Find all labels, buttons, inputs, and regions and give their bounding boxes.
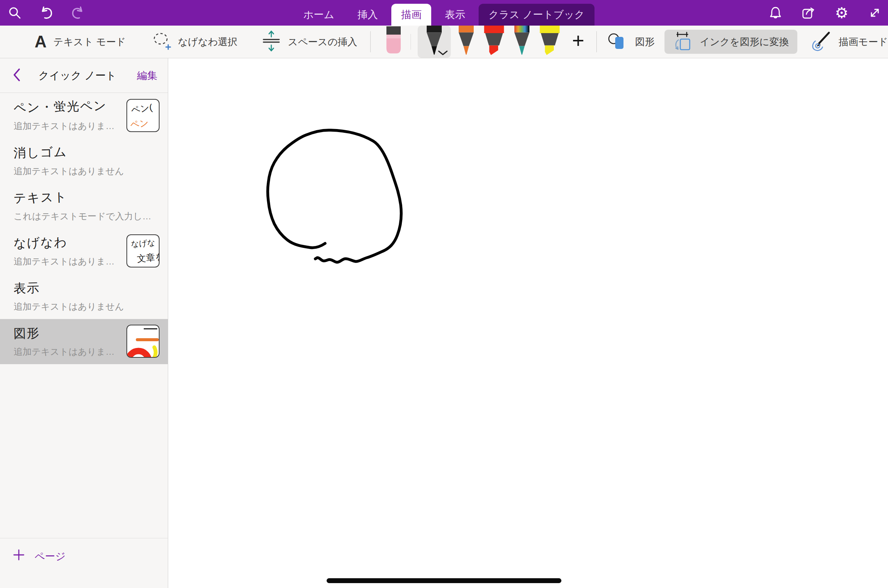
page-list-item[interactable]: 図形 追加テキストはありま… xyxy=(0,319,168,364)
draw-toolbar: A テキスト モード なげなわ選択 スペースの挿入 xyxy=(0,26,888,58)
edit-button[interactable]: 編集 xyxy=(137,69,157,82)
lasso-select-button[interactable]: なげなわ選択 xyxy=(152,30,237,53)
pen-rainbow[interactable] xyxy=(508,26,536,58)
page-sidebar: クイック ノート 編集 ペン・蛍光ペン 追加テキストはありま… ペン( ペン 消… xyxy=(0,58,168,588)
draw-mode-icon xyxy=(810,30,832,53)
drawing-canvas[interactable] xyxy=(169,58,888,588)
highlighter-yellow[interactable] xyxy=(536,26,564,58)
page-list: ペン・蛍光ペン 追加テキストはありま… ペン( ペン 消しゴム 追加テキストはあ… xyxy=(0,93,168,364)
page-list-item[interactable]: テキスト これはテキストモードで入力し… xyxy=(0,184,168,229)
pen-orange[interactable] xyxy=(452,26,480,58)
chevron-down-icon[interactable] xyxy=(438,50,448,57)
page-subtitle: 追加テキストはありません xyxy=(14,301,168,313)
page-title: 図形 xyxy=(13,325,40,342)
add-page-button[interactable]: ページ xyxy=(0,538,168,588)
back-icon[interactable] xyxy=(13,68,20,83)
home-indicator[interactable] xyxy=(327,578,561,583)
tab-insert[interactable]: 挿入 xyxy=(348,4,388,26)
ink-drawing xyxy=(169,58,888,588)
page-list-item[interactable]: 消しゴム 追加テキストはありません xyxy=(0,138,168,184)
text-mode-button[interactable]: A テキスト モード xyxy=(35,33,126,50)
page-thumbnail: なげな 文章を xyxy=(126,234,160,267)
page-title: 表示 xyxy=(13,280,40,297)
undo-icon[interactable] xyxy=(38,5,54,21)
insert-space-button[interactable]: スペースの挿入 xyxy=(262,29,357,54)
share-icon[interactable] xyxy=(801,5,817,21)
page-title: なげなわ xyxy=(13,234,67,252)
notebook-section-title: クイック ノート xyxy=(38,68,117,83)
page-list-item[interactable]: 表示 追加テキストはありません xyxy=(0,274,168,319)
sidebar-header: クイック ノート 編集 xyxy=(0,58,168,93)
pen-gallery: + xyxy=(416,26,593,58)
page-title: 消しゴム xyxy=(13,143,67,162)
eraser-tool[interactable] xyxy=(382,26,405,58)
add-page-icon xyxy=(13,549,25,562)
redo-icon[interactable] xyxy=(70,5,86,21)
page-title: ペン・蛍光ペン xyxy=(13,97,107,117)
tab-home[interactable]: ホーム xyxy=(293,4,344,26)
ink-to-shape-icon xyxy=(673,30,694,53)
ribbon-tabs: ホーム 挿入 描画 表示 クラス ノートブック xyxy=(0,0,888,26)
tab-draw[interactable]: 描画 xyxy=(391,4,431,26)
add-pen-button[interactable]: + xyxy=(572,30,584,51)
tab-class-notebook[interactable]: クラス ノートブック xyxy=(479,4,595,26)
page-subtitle: これはテキストモードで入力し… xyxy=(14,210,168,222)
text-mode-icon: A xyxy=(35,33,47,50)
highlighter-red[interactable] xyxy=(480,26,508,58)
shapes-button[interactable]: 図形 xyxy=(607,30,655,53)
page-list-item[interactable]: ペン・蛍光ペン 追加テキストはありま… ペン( ペン xyxy=(0,93,168,138)
ink-stroke-circle xyxy=(268,130,401,262)
page-title: テキスト xyxy=(13,188,67,207)
gear-icon[interactable]: ⚙ xyxy=(834,5,850,21)
shapes-icon xyxy=(607,30,628,53)
lasso-icon xyxy=(152,30,171,53)
pen-black[interactable] xyxy=(418,26,451,58)
top-app-bar: ホーム 挿入 描画 表示 クラス ノートブック ⚙ xyxy=(0,0,888,26)
tab-view[interactable]: 表示 xyxy=(435,4,475,26)
page-list-item[interactable]: なげなわ 追加テキストはありま… なげな 文章を xyxy=(0,229,168,274)
search-icon[interactable] xyxy=(7,5,23,21)
page-thumbnail xyxy=(126,325,160,358)
fullscreen-icon[interactable] xyxy=(867,5,883,21)
insert-space-icon xyxy=(262,29,281,54)
draw-mode-button[interactable]: 描画モード xyxy=(810,30,888,53)
page-thumbnail: ペン( ペン xyxy=(126,99,160,132)
page-subtitle: 追加テキストはありません xyxy=(14,165,168,177)
bell-icon[interactable] xyxy=(768,5,783,21)
ink-to-shape-button[interactable]: インクを図形に変換 xyxy=(664,30,797,54)
